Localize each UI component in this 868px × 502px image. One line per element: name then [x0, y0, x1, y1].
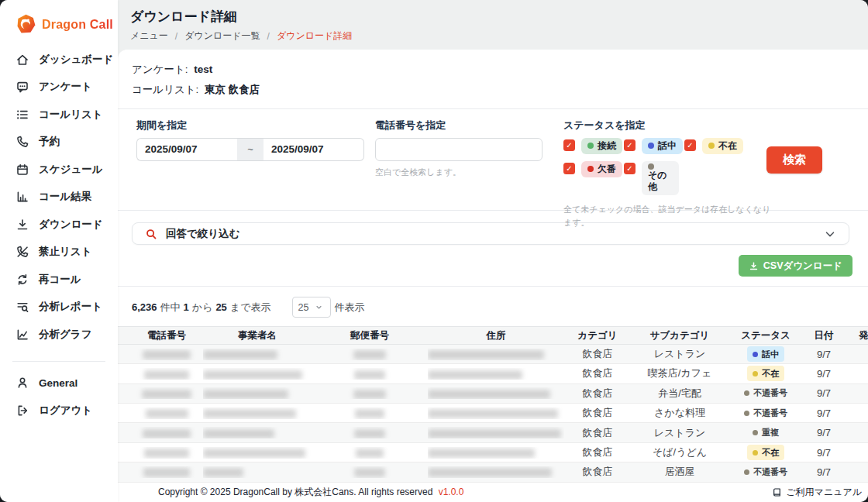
status-badge: 重複 [747, 425, 784, 441]
status-checkbox-不在[interactable]: ✓不在 [684, 138, 745, 154]
sidebar-item-コール結果[interactable]: コール結果 [8, 184, 110, 211]
search-button[interactable]: 検索 [766, 146, 822, 174]
date-to-input[interactable] [264, 138, 364, 161]
sidebar-item-分析レポート[interactable]: 分析レポート [8, 294, 110, 321]
manual-link-label: ご利用マニュアル [786, 486, 862, 499]
status-badge-label: 不在 [762, 368, 779, 380]
cell-subcategory: レストラン [631, 347, 728, 361]
status-checkbox-欠番[interactable]: ✓欠番 [563, 161, 624, 195]
sidebar-item-ダッシュボード[interactable]: ダッシュボード [8, 46, 110, 74]
sidebar-item-再コール[interactable]: 再コール [8, 266, 110, 294]
cell-subcategory: そば/うどん [631, 445, 728, 459]
dragon-call-logo-icon [16, 14, 36, 35]
breadcrumb-item[interactable]: メニュー [130, 29, 168, 43]
status-badge: 話中 [747, 346, 784, 362]
checkbox-checked-icon: ✓ [563, 163, 575, 174]
from-count: 1 [184, 301, 189, 313]
manual-link[interactable]: ご利用マニュアル [772, 486, 862, 499]
cell-subcategory: レストラン [631, 426, 728, 440]
date-range-separator: ~ [237, 138, 264, 161]
main-area: ダウンロード詳細 メニュー/ダウンロード一覧/ダウンロード詳細 アンケート: t… [118, 0, 868, 502]
status-dot-icon [744, 390, 749, 396]
status-badge-label: 不通番号 [753, 407, 787, 419]
brand[interactable]: Dragon Call [0, 11, 118, 44]
redacted-cell [428, 387, 564, 399]
sidebar-item-label: コール結果 [39, 190, 91, 204]
cell-subcategory: 弁当/宅配 [631, 387, 728, 401]
sidebar-item-ログアウト[interactable]: ログアウト [8, 397, 110, 425]
cell-category: 飲食店 [564, 366, 631, 380]
calendar-icon [16, 163, 29, 177]
column-header: カテゴリ [564, 329, 631, 342]
status-badge-label: 不通番号 [753, 387, 787, 399]
status-dot-icon [753, 352, 758, 357]
brand-name: Dragon Call [42, 18, 113, 32]
cell-date: 9/7 [803, 447, 845, 459]
sidebar-item-アンケート[interactable]: アンケート [8, 74, 110, 101]
cell-date: 9/7 [803, 387, 845, 399]
sidebar-item-label: コールリスト [39, 108, 103, 122]
survey-value: test [194, 64, 212, 75]
bar-chart-icon [16, 190, 29, 204]
phone-off-icon [16, 245, 29, 259]
status-checkbox-話中[interactable]: ✓話中 [624, 138, 684, 154]
redacted-cell [312, 349, 428, 360]
sidebar-item-label: ダッシュボード [39, 53, 113, 67]
line-chart-icon [16, 328, 29, 342]
cell-status: 不在 [728, 366, 803, 381]
sidebar-item-ダウンロード[interactable]: ダウンロード [8, 211, 110, 239]
status-dot-icon [648, 163, 654, 170]
redacted-cell [428, 447, 564, 459]
redacted-cell [312, 447, 428, 459]
per-page-value: 25 [298, 302, 309, 313]
redacted-cell [428, 466, 564, 478]
sidebar-item-分析グラフ[interactable]: 分析グラフ [8, 321, 110, 349]
content-card: アンケート: test コールリスト: 東京 飲食店 期間を指定 ~ [118, 50, 868, 502]
phone-number-input[interactable] [375, 138, 542, 161]
cell-status: 話中 [728, 346, 803, 362]
period-label: 期間を指定 [136, 119, 364, 132]
status-filter: ステータスを指定 ✓接続✓話中✓不在✓欠番✓その他 全て未チェックの場合、該当デ… [563, 119, 771, 230]
page-title: ダウンロード詳細 [130, 8, 856, 26]
breadcrumb-item[interactable]: ダウンロード一覧 [184, 29, 260, 43]
table-row: 飲食店レストラン話中9/7 [118, 345, 868, 364]
sidebar-item-予約[interactable]: 予約 [8, 129, 110, 156]
cell-date: 9/7 [803, 466, 845, 478]
csv-download-label: CSVダウンロード [763, 260, 842, 273]
status-checkbox-接続[interactable]: ✓接続 [563, 138, 624, 154]
checkbox-checked-icon: ✓ [624, 163, 636, 174]
cell-status: 不在 [728, 445, 803, 460]
sidebar-item-label: 予約 [39, 135, 60, 149]
cell-date: 9/7 [803, 368, 845, 380]
breadcrumb-separator: / [267, 31, 270, 42]
cell-category: 飲食店 [564, 426, 631, 440]
sidebar-item-禁止リスト[interactable]: 禁止リスト [8, 239, 110, 266]
checkbox-checked-icon: ✓ [684, 139, 696, 151]
sidebar-item-label: 分析グラフ [39, 328, 91, 342]
pagination-text: 件中 [160, 301, 181, 315]
copyright: Copyright © 2025 DragonCall by 株式会社Cans.… [158, 486, 463, 499]
filter-section: 期間を指定 ~ 電話番号を指定 空白で全検索します。 ステータスを指定 ✓接続✓… [118, 109, 868, 210]
sidebar-item-label: アンケート [39, 80, 92, 94]
version-badge: v1.0.0 [439, 487, 464, 497]
redacted-cell [203, 387, 312, 399]
column-header: 事業者名 [203, 329, 312, 342]
csv-download-button[interactable]: CSVダウンロード [739, 255, 852, 277]
sidebar-item-General[interactable]: General [8, 370, 110, 397]
per-page-select[interactable]: 25 [292, 297, 331, 318]
pagination-text: から [192, 301, 213, 315]
column-header: 発 [845, 329, 868, 342]
redacted-cell [312, 427, 428, 438]
redacted-cell [130, 387, 203, 399]
sidebar-item-スケジュール[interactable]: スケジュール [8, 156, 110, 184]
redacted-cell [428, 427, 564, 438]
download-icon [16, 218, 29, 232]
sidebar-item-コールリスト[interactable]: コールリスト [8, 101, 110, 129]
sidebar-item-label: 禁止リスト [39, 245, 91, 259]
cell-date: 9/7 [803, 427, 845, 438]
status-checkbox-その他[interactable]: ✓その他 [624, 161, 684, 195]
breadcrumb-item: ダウンロード詳細 [277, 29, 352, 43]
date-from-input[interactable] [136, 138, 237, 161]
cell-status: 不通番号 [728, 464, 803, 480]
column-header: ステータス [728, 329, 803, 342]
